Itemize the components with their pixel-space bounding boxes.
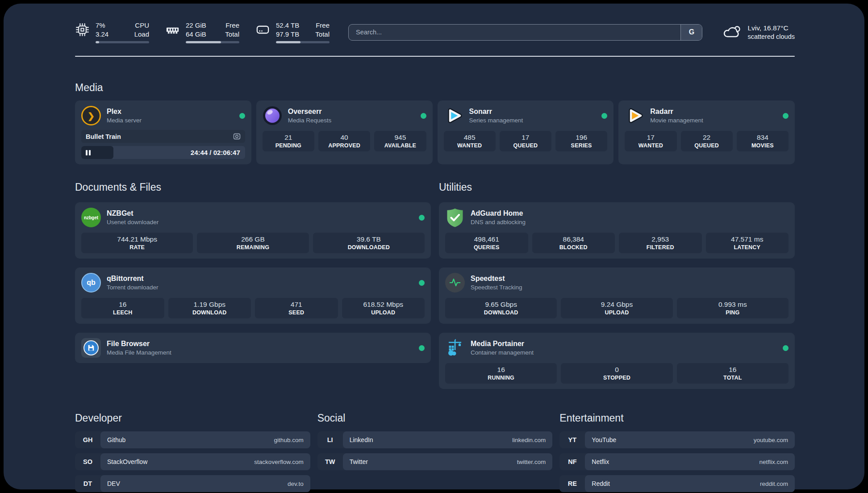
link-twitter[interactable]: TW Twitter twitter.com — [317, 453, 553, 470]
plex-card[interactable]: ❯ Plex Media server Bullet Train — [75, 100, 251, 164]
system-stats: 7% 3.24 CPU Load — [75, 21, 330, 43]
stat-seed: 471 SEED — [255, 298, 338, 318]
sonarr-card[interactable]: Sonarr Series management 485 WANTED 17 Q… — [438, 100, 614, 164]
stat-blocked: 86,384 BLOCKED — [532, 233, 615, 253]
cpu-percent: 7% — [96, 21, 108, 30]
cpu-load-label: Load — [134, 30, 149, 39]
ram-icon — [165, 22, 180, 37]
status-dot — [783, 113, 789, 119]
radarr-card[interactable]: Radarr Movie management 17 WANTED 22 QUE… — [618, 100, 795, 164]
status-dot — [419, 345, 425, 351]
speedtest-card[interactable]: Speedtest Speedtest Tracking 9.65 Gbps D… — [439, 267, 795, 324]
app-subtitle: Container management — [471, 349, 534, 356]
link-youtube[interactable]: YT YouTube youtube.com — [559, 431, 795, 448]
documents-column: Documents & Files nzbget NZBGet Usenet d… — [75, 181, 431, 389]
ram-free: 22 GiB — [186, 21, 206, 30]
ram-free-label: Free — [225, 21, 239, 30]
link-reddit[interactable]: RE Reddit reddit.com — [559, 475, 795, 492]
dashboard-panel: 7% 3.24 CPU Load — [4, 4, 864, 489]
developer-section: Developer GH Github github.com SO StackO… — [75, 412, 310, 492]
search-engine-button[interactable]: G — [680, 25, 702, 40]
social-section: Social LI LinkedIn linkedin.com TW Twitt… — [317, 412, 553, 492]
app-subtitle: Media server — [107, 117, 142, 124]
app-subtitle: Movie management — [650, 117, 703, 124]
stat-movies: 834 MOVIES — [737, 131, 789, 151]
app-name: Plex — [107, 108, 142, 116]
stat-leech: 16 LEECH — [81, 298, 164, 318]
stat-downloaded: 39.6 TB DOWNLOADED — [313, 233, 425, 253]
weather-condition: scattered clouds — [747, 33, 795, 40]
cloud-icon — [721, 24, 742, 41]
app-name: Sonarr — [469, 108, 523, 116]
link-name: DEV — [107, 480, 120, 487]
memory-progress-bar — [186, 41, 239, 43]
cpu-progress-bar — [96, 41, 149, 43]
app-subtitle: DNS and adblocking — [471, 219, 526, 226]
playback-progress-bar[interactable]: 24:44 / 02:06:47 — [81, 146, 245, 159]
stat-total: 16 TOTAL — [677, 363, 789, 384]
link-abbr: LI — [317, 431, 343, 448]
link-name: StackOverflow — [107, 458, 147, 465]
app-subtitle: Media File Management — [107, 349, 171, 356]
link-dev[interactable]: DT DEV dev.to — [75, 475, 310, 492]
stat-queued: 17 QUEUED — [500, 131, 551, 151]
disk-total-label: Total — [315, 30, 330, 39]
link-name: Github — [107, 436, 125, 443]
stat-queries: 498,461 QUERIES — [445, 233, 528, 253]
cpu-label: CPU — [134, 21, 149, 30]
link-github[interactable]: GH Github github.com — [75, 431, 310, 448]
link-netflix[interactable]: NF Netflix netflix.com — [559, 453, 795, 470]
ram-total: 64 GiB — [186, 30, 206, 39]
camera-icon[interactable] — [233, 133, 241, 140]
pause-icon[interactable] — [86, 150, 91, 155]
app-name: Media Portainer — [471, 340, 534, 348]
stat-upload: 618.52 Mbps UPLOAD — [342, 298, 425, 318]
app-subtitle: Speedtest Tracking — [471, 284, 522, 291]
qbittorrent-card[interactable]: qb qBittorrent Torrent downloader 16 LEE… — [75, 267, 431, 324]
link-linkedin[interactable]: LI LinkedIn linkedin.com — [317, 431, 553, 448]
memory-stat: 22 GiB 64 GiB Free Total — [165, 21, 239, 43]
stat-wanted: 485 WANTED — [444, 131, 496, 151]
overseerr-card[interactable]: Overseerr Media Requests 21 PENDING 40 A… — [256, 100, 433, 164]
disk-free: 52.4 TB — [276, 21, 299, 30]
adguard-card[interactable]: AdGuard Home DNS and adblocking 498,461 … — [439, 202, 795, 259]
plex-icon: ❯ — [81, 106, 101, 125]
weather-widget[interactable]: Lviv, 16.87°C scattered clouds — [721, 24, 795, 41]
link-abbr: TW — [317, 453, 343, 470]
portainer-card[interactable]: Media Portainer Container management 16 … — [439, 333, 795, 389]
portainer-icon — [445, 338, 465, 358]
app-name: qBittorrent — [107, 275, 159, 283]
status-dot — [421, 113, 426, 119]
weather-location-temp: Lviv, 16.87°C — [747, 24, 795, 32]
status-dot — [239, 113, 245, 119]
ram-total-label: Total — [225, 30, 239, 39]
status-dot — [601, 113, 607, 119]
search-input[interactable] — [349, 25, 680, 40]
app-subtitle: Usenet downloader — [107, 219, 159, 226]
section-title-entertainment: Entertainment — [559, 412, 795, 424]
disk-free-label: Free — [315, 21, 330, 30]
link-url: linkedin.com — [512, 437, 546, 443]
stat-wanted: 17 WANTED — [625, 131, 676, 151]
nzbget-card[interactable]: nzbget NZBGet Usenet downloader 744.21 M… — [75, 202, 431, 259]
link-name: Twitter — [350, 458, 368, 465]
section-title-media: Media — [75, 82, 795, 94]
nzbget-icon: nzbget — [81, 208, 101, 227]
section-title-utilities: Utilities — [439, 181, 795, 193]
link-url: youtube.com — [754, 437, 788, 443]
now-playing-row: Bullet Train — [81, 130, 245, 143]
disk-total: 97.9 TB — [276, 30, 299, 39]
link-stackoverflow[interactable]: SO StackOverflow stackoverflow.com — [75, 453, 310, 470]
cpu-load: 3.24 — [96, 30, 108, 39]
filebrowser-card[interactable]: File Browser Media File Management — [75, 333, 431, 363]
link-abbr: GH — [75, 431, 100, 448]
disk-icon — [255, 22, 270, 37]
stat-available: 945 AVAILABLE — [374, 131, 426, 151]
overseerr-icon — [263, 106, 282, 125]
link-url: dev.to — [288, 480, 304, 487]
adguard-icon — [445, 208, 465, 227]
search-bar: G — [348, 24, 702, 41]
app-subtitle: Torrent downloader — [107, 284, 159, 291]
link-abbr: YT — [559, 431, 585, 448]
stat-stopped: 0 STOPPED — [561, 363, 672, 384]
